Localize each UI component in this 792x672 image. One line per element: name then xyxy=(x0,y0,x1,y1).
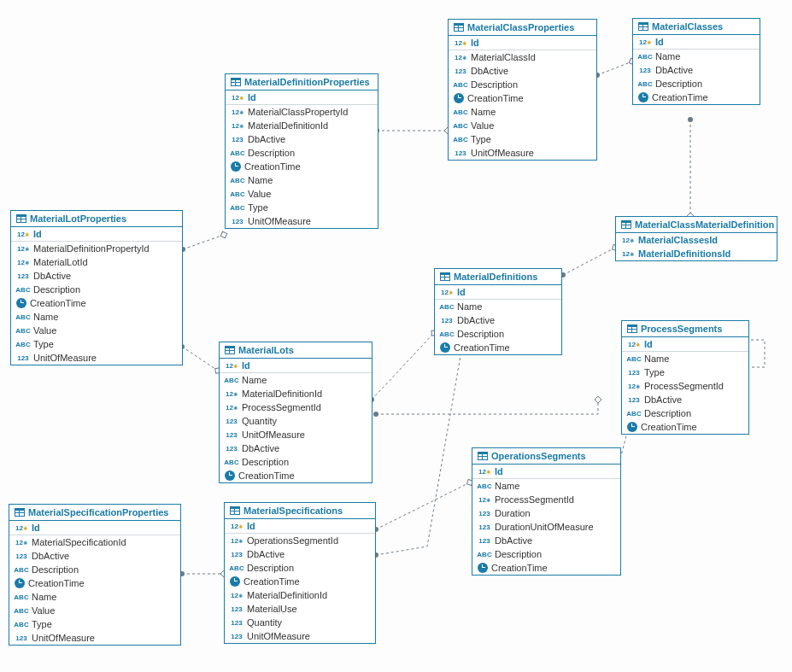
column-row[interactable]: Quantity xyxy=(220,414,372,428)
text-type-icon xyxy=(478,549,491,559)
column-row[interactable]: Id xyxy=(220,359,372,373)
column-row[interactable]: DbActive xyxy=(11,269,182,283)
column-row[interactable]: Description xyxy=(220,455,372,469)
entity-materialdefinitionproperties[interactable]: MaterialDefinitionProperties IdMaterialC… xyxy=(225,73,378,229)
column-row[interactable]: Value xyxy=(11,324,182,337)
entity-materiallotproperties[interactable]: MaterialLotProperties IdMaterialDefiniti… xyxy=(10,210,183,365)
column-row[interactable]: Description xyxy=(622,406,748,420)
column-row[interactable]: Type xyxy=(622,365,748,379)
column-row[interactable]: Description xyxy=(435,327,561,341)
column-row[interactable]: MaterialDefinitionId xyxy=(220,387,372,400)
column-row[interactable]: Type xyxy=(449,132,596,146)
column-row[interactable]: DbActive xyxy=(472,534,620,547)
column-row[interactable]: Id xyxy=(622,337,748,352)
column-row[interactable]: Id xyxy=(11,227,182,242)
column-row[interactable]: Name xyxy=(9,590,180,604)
column-row[interactable]: Type xyxy=(9,617,180,631)
column-row[interactable]: Id xyxy=(226,91,378,105)
column-row[interactable]: Name xyxy=(226,173,378,187)
column-row[interactable]: DbActive xyxy=(9,549,180,563)
column-row[interactable]: DbActive xyxy=(622,393,748,406)
column-row[interactable]: OperationsSegmentId xyxy=(225,534,375,547)
entity-materialspecificationproperties[interactable]: MaterialSpecificationProperties IdMateri… xyxy=(9,504,181,646)
column-row[interactable]: Name xyxy=(622,352,748,365)
column-row[interactable]: MaterialDefinitionPropertyId xyxy=(11,242,182,255)
column-row[interactable]: UnitOfMeasure xyxy=(9,631,180,645)
column-row[interactable]: CreationTime xyxy=(435,341,561,354)
column-row[interactable]: MaterialLotId xyxy=(11,255,182,269)
column-row[interactable]: Description xyxy=(226,146,378,160)
column-row[interactable]: Description xyxy=(633,77,760,91)
column-row[interactable]: CreationTime xyxy=(622,420,748,434)
column-label: DurationUnitOfMeasure xyxy=(495,522,594,532)
column-row[interactable]: Description xyxy=(11,283,182,296)
entity-processsegments[interactable]: ProcessSegments IdNameTypeProcessSegment… xyxy=(621,320,749,435)
entity-materialclasses[interactable]: MaterialClasses IdNameDbActiveDescriptio… xyxy=(632,18,760,105)
column-row[interactable]: ProcessSegmentId xyxy=(622,379,748,393)
column-row[interactable]: CreationTime xyxy=(9,576,180,590)
entity-materialspecifications[interactable]: MaterialSpecifications IdOperationsSegme… xyxy=(224,502,376,644)
column-row[interactable]: Value xyxy=(9,604,180,617)
entity-materiallots[interactable]: MaterialLots IdNameMaterialDefinitionIdP… xyxy=(219,342,373,483)
column-row[interactable]: UnitOfMeasure xyxy=(226,214,378,228)
column-row[interactable]: CreationTime xyxy=(633,91,760,104)
column-row[interactable]: Value xyxy=(226,187,378,201)
column-row[interactable]: Type xyxy=(226,201,378,214)
column-row[interactable]: DbActive xyxy=(225,547,375,561)
column-row[interactable]: ProcessSegmentId xyxy=(220,400,372,414)
column-row[interactable]: Id xyxy=(435,285,561,300)
column-row[interactable]: MaterialClassId xyxy=(449,50,596,64)
column-label: MaterialUse xyxy=(247,604,297,614)
column-row[interactable]: UnitOfMeasure xyxy=(220,428,372,441)
column-row[interactable]: CreationTime xyxy=(449,91,596,105)
foreign-key-icon xyxy=(225,389,238,399)
column-label: MaterialClassPropertyId xyxy=(248,107,348,117)
column-row[interactable]: Description xyxy=(9,563,180,576)
column-row[interactable]: Value xyxy=(449,119,596,132)
column-row[interactable]: CreationTime xyxy=(226,160,378,173)
column-row[interactable]: UnitOfMeasure xyxy=(449,146,596,160)
entity-materialclassmaterialdefinition[interactable]: MaterialClassMaterialDefinition Material… xyxy=(615,216,777,261)
column-row[interactable]: Type xyxy=(11,337,182,351)
number-type-icon xyxy=(231,216,244,226)
column-row[interactable]: CreationTime xyxy=(11,296,182,310)
column-row[interactable]: DbActive xyxy=(226,132,378,146)
column-row[interactable]: Id xyxy=(633,35,760,50)
column-row[interactable]: Id xyxy=(472,465,620,479)
column-row[interactable]: DurationUnitOfMeasure xyxy=(472,520,620,534)
column-row[interactable]: Id xyxy=(9,521,180,535)
column-row[interactable]: DbActive xyxy=(220,441,372,455)
column-row[interactable]: Duration xyxy=(472,506,620,520)
column-row[interactable]: CreationTime xyxy=(220,469,372,482)
column-row[interactable]: Name xyxy=(11,310,182,324)
column-row[interactable]: MaterialSpecificationId xyxy=(9,535,180,549)
column-row[interactable]: DbActive xyxy=(435,313,561,327)
column-row[interactable]: Name xyxy=(435,300,561,313)
column-row[interactable]: MaterialClassesId xyxy=(616,233,777,247)
column-row[interactable]: DbActive xyxy=(449,64,596,78)
column-row[interactable]: ProcessSegmentId xyxy=(472,493,620,506)
column-row[interactable]: UnitOfMeasure xyxy=(11,351,182,365)
column-row[interactable]: MaterialUse xyxy=(225,602,375,616)
column-row[interactable]: MaterialDefinitionsId xyxy=(616,247,777,260)
column-row[interactable]: Name xyxy=(449,105,596,119)
column-row[interactable]: Id xyxy=(449,36,596,50)
entity-materialdefinitions[interactable]: MaterialDefinitions IdNameDbActiveDescri… xyxy=(434,268,562,355)
column-row[interactable]: DbActive xyxy=(633,63,760,77)
entity-materialclassproperties[interactable]: MaterialClassProperties IdMaterialClassI… xyxy=(448,19,597,161)
column-row[interactable]: Name xyxy=(472,479,620,493)
column-row[interactable]: Description xyxy=(449,78,596,91)
column-row[interactable]: MaterialDefinitionId xyxy=(226,119,378,132)
column-row[interactable]: CreationTime xyxy=(225,575,375,588)
column-row[interactable]: Description xyxy=(472,547,620,561)
column-row[interactable]: Name xyxy=(220,373,372,387)
column-row[interactable]: CreationTime xyxy=(472,561,620,575)
column-row[interactable]: Name xyxy=(633,50,760,63)
column-row[interactable]: Id xyxy=(225,519,375,534)
entity-operationssegments[interactable]: OperationsSegments IdNameProcessSegmentI… xyxy=(472,447,621,576)
column-row[interactable]: MaterialClassPropertyId xyxy=(226,105,378,119)
column-row[interactable]: Description xyxy=(225,561,375,575)
column-row[interactable]: Quantity xyxy=(225,616,375,629)
column-row[interactable]: UnitOfMeasure xyxy=(225,629,375,643)
column-row[interactable]: MaterialDefinitionId xyxy=(225,588,375,602)
